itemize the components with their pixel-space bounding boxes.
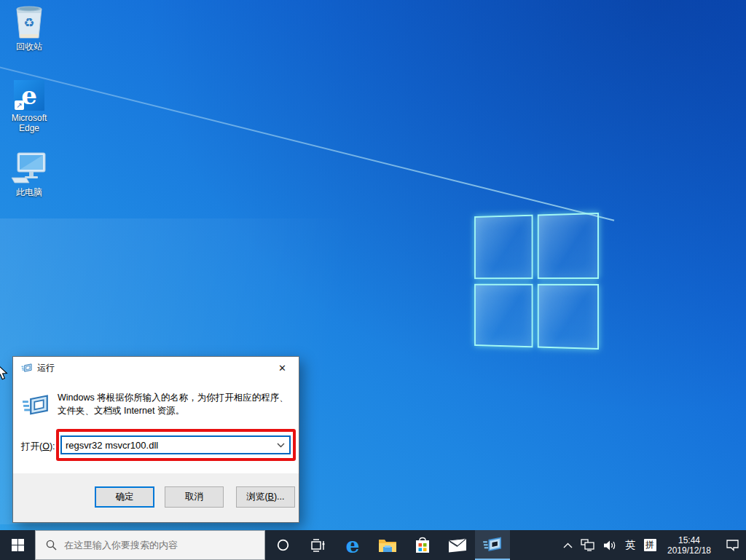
windows-logo-pane [474,215,533,279]
edge-icon: e ↗ [14,74,44,111]
task-view-icon [310,539,326,552]
windows-logo [474,213,599,350]
taskbar-search-box[interactable] [35,530,265,560]
edge-taskbar-button[interactable]: e [335,530,370,560]
run-icon [23,393,49,418]
task-view-button[interactable] [300,530,335,560]
windows-logo-pane [474,283,533,347]
mouse-cursor [0,363,9,381]
windows-start-icon [12,539,24,551]
this-pc-icon [10,149,48,185]
network-ethernet-icon [581,539,595,551]
notification-icon [726,539,739,551]
run-taskbar-button[interactable] [475,530,510,560]
cortana-button[interactable] [265,530,300,560]
system-tray: 英 拼 15:44 2019/12/18 [558,530,746,560]
cortana-icon [277,539,289,551]
tray-overflow-button[interactable] [558,530,577,560]
desktop-icon-recycle-bin[interactable]: ♻ 回收站 [1,3,58,52]
edge-icon: e [345,535,359,556]
run-dialog-message: Windows 将根据你所输入的名称，为你打开相应的程序、 文件夹、文档或 In… [58,391,288,417]
file-explorer-button[interactable] [370,530,405,560]
ok-button[interactable]: 确定 [95,486,154,508]
mail-button[interactable] [440,530,475,560]
search-icon [46,540,57,551]
recycle-bin-icon: ♻ [12,3,46,39]
volume-tray-button[interactable] [599,530,621,560]
message-line-2: 文件夹、文档或 Internet 资源。 [58,404,288,417]
network-tray-button[interactable] [577,530,599,560]
shortcut-arrow-icon: ↗ [15,100,24,110]
recycle-symbol: ♻ [23,16,34,30]
run-dialog-title: 运行 [37,362,55,374]
windows-desktop-screen: ♻ 回收站 e ↗ Microsoft Edge [0,0,746,560]
desktop-icon-label: 此电脑 [16,187,42,197]
chevron-down-icon[interactable] [272,443,289,448]
search-input[interactable] [64,540,246,551]
action-center-button[interactable] [718,530,746,560]
cancel-button[interactable]: 取消 [165,486,224,508]
taskbar-clock[interactable]: 15:44 2019/12/18 [660,530,718,560]
run-dialog-footer: 确定 取消 浏览(B)... [13,473,299,522]
ime-mode-indicator[interactable]: 拼 [640,530,660,560]
browse-button[interactable]: 浏览(B)... [236,486,295,508]
open-label: 打开(O): [21,441,55,453]
speaker-icon [603,540,617,551]
close-icon[interactable]: ✕ [266,357,299,379]
taskbar: e [0,530,746,560]
chevron-up-icon [563,543,573,548]
ime-pinyin-icon: 拼 [644,539,656,551]
desktop-icon-label: 回收站 [16,42,42,52]
mail-icon [448,538,467,553]
ime-language-indicator[interactable]: 英 [621,530,640,560]
run-dialog-body: Windows 将根据你所输入的名称，为你打开相应的程序、 文件夹、文档或 In… [13,379,299,474]
run-dialog-titlebar[interactable]: 运行 ✕ [13,357,299,379]
message-line-1: Windows 将根据你所输入的名称，为你打开相应的程序、 [58,391,288,404]
clock-time: 15:44 [678,535,700,545]
desktop-wallpaper: ♻ 回收站 e ↗ Microsoft Edge [0,0,746,530]
windows-logo-pane [537,283,599,350]
file-explorer-icon [378,537,397,553]
run-command-input[interactable] [62,440,272,451]
clock-date: 2019/12/18 [667,545,711,556]
store-icon [414,537,431,554]
run-app-icon [483,536,502,553]
run-dialog: 运行 ✕ Windows 将根据你所输入的名称，为你打开相应的程序、 文件夹、文… [12,356,299,523]
start-button[interactable] [0,530,35,560]
desktop-icon-this-pc[interactable]: 此电脑 [1,149,58,197]
microsoft-store-button[interactable] [405,530,440,560]
windows-logo-pane [537,213,599,279]
run-combobox[interactable] [60,435,291,454]
run-dialog-title-icon [21,363,32,374]
desktop-icon-microsoft-edge[interactable]: e ↗ Microsoft Edge [1,74,58,133]
desktop-icon-label: Microsoft Edge [2,113,56,133]
